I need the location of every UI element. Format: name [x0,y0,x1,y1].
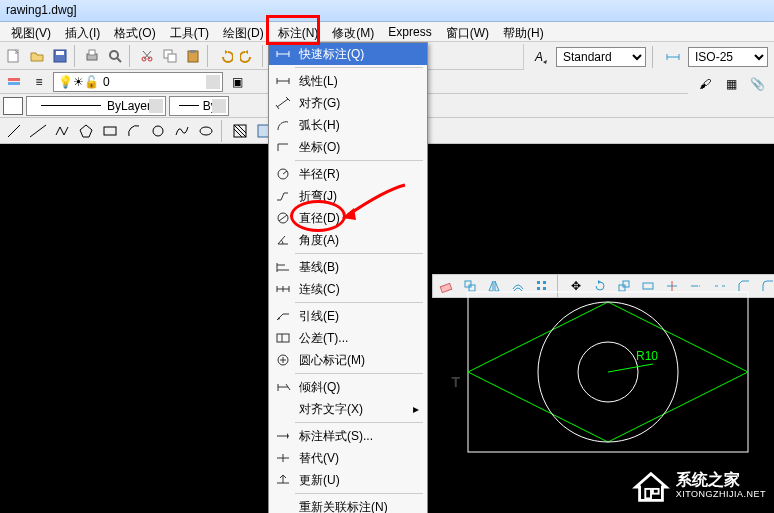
textstyle-select[interactable]: Standard [556,47,646,67]
line-button[interactable] [3,120,25,142]
svg-rect-25 [104,127,116,135]
svg-text:A: A [534,50,543,64]
cut-button[interactable] [136,45,158,67]
svg-line-101 [608,364,653,372]
menu-item-jogged[interactable]: 折弯(J) [269,185,427,207]
textstyle-icon[interactable]: A [530,46,552,68]
baseline-icon [273,259,293,275]
polygon-button[interactable] [75,120,97,142]
menu-item-baseline[interactable]: 基线(B) [269,256,427,278]
menu-item-dimstyle[interactable]: 标注样式(S)... [269,425,427,447]
menu-item-reassoc[interactable]: 重新关联标注(N) [269,496,427,513]
menu-window[interactable]: 窗口(W) [439,24,496,39]
menu-express[interactable]: Express [381,24,438,39]
angular-icon [273,232,293,248]
menu-insert[interactable]: 插入(I) [58,24,107,39]
rect-button[interactable] [99,120,121,142]
redo-button[interactable] [237,45,259,67]
menu-separator [295,373,423,374]
menu-label: 连续(C) [299,281,340,298]
linetype-label: ByLayer [107,99,151,113]
menu-item-aligned[interactable]: 对齐(G) [269,92,427,114]
layer-props-button[interactable] [3,71,25,93]
xref-button[interactable]: 📎 [746,73,768,95]
watermark-cn: 系统之家 [676,473,766,487]
layer-filter-button[interactable]: ▣ [226,71,248,93]
match-button[interactable]: 🖌 [694,73,716,95]
lineweight-label: Byl [203,99,220,113]
spline-button[interactable] [171,120,193,142]
menu-help[interactable]: 帮助(H) [496,24,551,39]
menu-label: 圆心标记(M) [299,352,365,369]
menu-label: 弧长(H) [299,117,340,134]
save-button[interactable] [49,45,71,67]
menu-item-angular[interactable]: 角度(A) [269,229,427,251]
menu-label: 公差(T)... [299,330,348,347]
print-button[interactable] [81,45,103,67]
menu-label: 角度(A) [299,232,339,249]
menu-format[interactable]: 格式(O) [107,24,162,39]
menu-item-radius[interactable]: 半径(R) [269,163,427,185]
watermark-en: XITONGZHIJIA.NET [676,487,766,501]
menu-item-ordinate[interactable]: 坐标(O) [269,136,427,158]
menu-tools[interactable]: 工具(T) [163,24,216,39]
xline-button[interactable] [27,120,49,142]
dimstyle-select[interactable]: ISO-25 [688,47,768,67]
svg-line-31 [238,125,246,133]
svg-line-22 [8,125,20,137]
linetype-combo[interactable]: ByLayer [26,96,166,116]
circle-button[interactable] [147,120,169,142]
menu-item-arc[interactable]: 弧长(H) [269,114,427,136]
undo-button[interactable] [214,45,236,67]
ellipse-button[interactable] [195,120,217,142]
menu-item-quickdim[interactable]: 快速标注(Q) [269,43,427,65]
svg-rect-4 [89,50,95,55]
menu-item-override[interactable]: 替代(V) [269,447,427,469]
open-button[interactable] [26,45,48,67]
house-icon [632,468,670,506]
svg-line-23 [30,125,46,137]
submenu-arrow-icon: ▸ [413,402,419,416]
toolbar-separator [262,45,266,67]
menu-item-leader[interactable]: 引线(E) [269,305,427,327]
quickdim-icon [273,46,293,62]
document-title: rawing1.dwg] [6,3,77,17]
menu-item-aligntext[interactable]: 对齐文字(X)▸ [269,398,427,420]
hatch-button[interactable] [229,120,251,142]
aligned-icon [273,95,293,111]
dimstyle-icon[interactable] [662,46,684,68]
paste-button[interactable] [182,45,204,67]
menu-dimension[interactable]: 标注(N) [271,24,326,39]
fillet-button[interactable] [757,275,774,297]
menu-label: 标注样式(S)... [299,428,373,445]
erase-button[interactable] [435,275,457,297]
svg-point-27 [200,127,212,135]
lineweight-combo[interactable]: Byl [169,96,229,116]
menu-item-oblique[interactable]: 倾斜(Q) [269,376,427,398]
pline-button[interactable] [51,120,73,142]
block-button[interactable]: ▦ [720,73,742,95]
menu-view[interactable]: 视图(V) [4,24,58,39]
preview-button[interactable] [104,45,126,67]
arc-button[interactable] [123,120,145,142]
menu-modify[interactable]: 修改(M) [325,24,381,39]
color-swatch[interactable] [3,97,23,115]
menu-item-tolerance[interactable]: 公差(T)... [269,327,427,349]
menu-item-diameter[interactable]: 直径(D) [269,207,427,229]
svg-rect-14 [190,50,196,53]
style-toolbar: A Standard ISO-25 [523,44,774,70]
menu-item-linear[interactable]: 线性(L) [269,70,427,92]
menu-item-continue[interactable]: 连续(C) [269,278,427,300]
menu-draw[interactable]: 绘图(D) [216,24,271,39]
new-button[interactable] [3,45,25,67]
layer-combo[interactable]: 💡 ☀ 🔓 0 [53,72,223,92]
menu-item-update[interactable]: 更新(U) [269,469,427,491]
svg-rect-12 [168,54,176,62]
menu-label: 倾斜(Q) [299,379,340,396]
layer-state-button[interactable]: ≡ [28,71,50,93]
menu-label: 替代(V) [299,450,339,467]
update-icon [273,472,293,488]
menu-item-center[interactable]: 圆心标记(M) [269,349,427,371]
menu-separator [295,493,423,494]
copy-button[interactable] [159,45,181,67]
